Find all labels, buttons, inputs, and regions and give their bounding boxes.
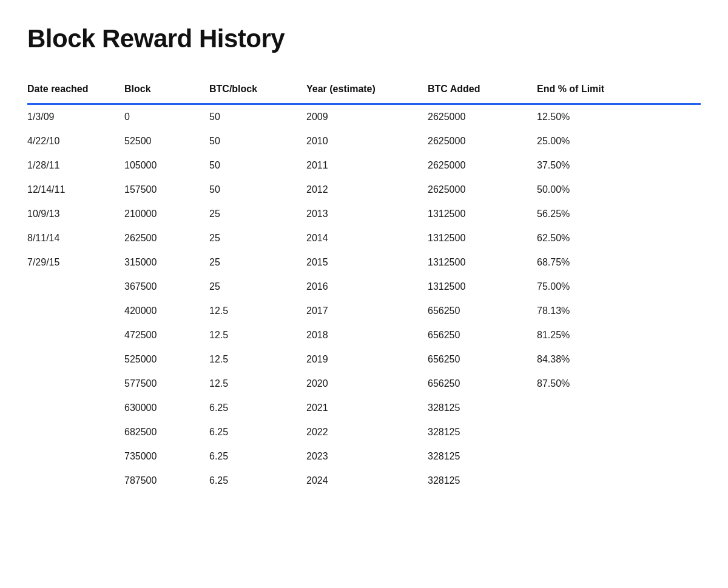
cell-endlimit: 62.50% bbox=[537, 226, 701, 250]
cell-year: 2018 bbox=[306, 323, 428, 347]
cell-date: 10/9/13 bbox=[27, 202, 124, 226]
page-title: Block Reward History bbox=[27, 24, 701, 53]
table-row: 7350006.252023328125 bbox=[27, 444, 701, 469]
cell-year: 2022 bbox=[306, 420, 428, 444]
table-container: Date reached Block BTC/block Year (estim… bbox=[27, 78, 701, 493]
cell-btcblock: 25 bbox=[209, 250, 306, 275]
cell-btcblock: 12.5 bbox=[209, 347, 306, 372]
table-row: 52500012.5201965625084.38% bbox=[27, 347, 701, 372]
cell-btcblock: 12.5 bbox=[209, 299, 306, 323]
cell-date: 4/22/10 bbox=[27, 129, 124, 153]
cell-year: 2020 bbox=[306, 372, 428, 396]
cell-btcblock: 25 bbox=[209, 202, 306, 226]
table-row: 7/29/15315000252015131250068.75% bbox=[27, 250, 701, 275]
cell-date bbox=[27, 323, 124, 347]
cell-block: 787500 bbox=[124, 469, 209, 493]
cell-block: 105000 bbox=[124, 153, 209, 178]
cell-endlimit: 68.75% bbox=[537, 250, 701, 275]
col-header-btcblock: BTC/block bbox=[209, 78, 306, 104]
cell-block: 525000 bbox=[124, 347, 209, 372]
cell-year: 2019 bbox=[306, 347, 428, 372]
cell-btcadded: 328125 bbox=[428, 444, 537, 469]
cell-year: 2010 bbox=[306, 129, 428, 153]
cell-block: 735000 bbox=[124, 444, 209, 469]
cell-year: 2024 bbox=[306, 469, 428, 493]
cell-btcblock: 6.25 bbox=[209, 469, 306, 493]
cell-endlimit: 25.00% bbox=[537, 129, 701, 153]
cell-btcblock: 50 bbox=[209, 178, 306, 202]
cell-btcadded: 1312500 bbox=[428, 226, 537, 250]
cell-btcadded: 656250 bbox=[428, 372, 537, 396]
cell-block: 315000 bbox=[124, 250, 209, 275]
cell-btcblock: 25 bbox=[209, 226, 306, 250]
cell-endlimit bbox=[537, 469, 701, 493]
table-row: 47250012.5201865625081.25% bbox=[27, 323, 701, 347]
table-row: 42000012.5201765625078.13% bbox=[27, 299, 701, 323]
cell-btcblock: 12.5 bbox=[209, 372, 306, 396]
cell-endlimit: 50.00% bbox=[537, 178, 701, 202]
cell-endlimit: 75.00% bbox=[537, 275, 701, 299]
cell-btcadded: 2625000 bbox=[428, 178, 537, 202]
cell-btcadded: 2625000 bbox=[428, 129, 537, 153]
cell-endlimit: 84.38% bbox=[537, 347, 701, 372]
cell-block: 577500 bbox=[124, 372, 209, 396]
cell-btcblock: 50 bbox=[209, 129, 306, 153]
cell-btcadded: 328125 bbox=[428, 469, 537, 493]
cell-date bbox=[27, 469, 124, 493]
cell-btcadded: 1312500 bbox=[428, 202, 537, 226]
cell-year: 2017 bbox=[306, 299, 428, 323]
cell-date bbox=[27, 396, 124, 420]
cell-date bbox=[27, 347, 124, 372]
table-row: 6300006.252021328125 bbox=[27, 396, 701, 420]
cell-year: 2015 bbox=[306, 250, 428, 275]
cell-btcadded: 1312500 bbox=[428, 250, 537, 275]
cell-date bbox=[27, 299, 124, 323]
col-header-block: Block bbox=[124, 78, 209, 104]
cell-endlimit bbox=[537, 396, 701, 420]
cell-endlimit: 12.50% bbox=[537, 104, 701, 130]
cell-btcblock: 6.25 bbox=[209, 396, 306, 420]
cell-endlimit bbox=[537, 420, 701, 444]
col-header-date: Date reached bbox=[27, 78, 124, 104]
cell-year: 2013 bbox=[306, 202, 428, 226]
cell-btcadded: 2625000 bbox=[428, 153, 537, 178]
cell-block: 210000 bbox=[124, 202, 209, 226]
table-row: 57750012.5202065625087.50% bbox=[27, 372, 701, 396]
cell-date: 1/3/09 bbox=[27, 104, 124, 130]
cell-btcadded: 656250 bbox=[428, 347, 537, 372]
cell-date bbox=[27, 275, 124, 299]
cell-endlimit: 87.50% bbox=[537, 372, 701, 396]
table-row: 8/11/14262500252014131250062.50% bbox=[27, 226, 701, 250]
table-row: 12/14/11157500502012262500050.00% bbox=[27, 178, 701, 202]
cell-btcblock: 50 bbox=[209, 104, 306, 130]
table-row: 1/3/090502009262500012.50% bbox=[27, 104, 701, 130]
cell-btcadded: 2625000 bbox=[428, 104, 537, 130]
table-row: 1/28/11105000502011262500037.50% bbox=[27, 153, 701, 178]
cell-date bbox=[27, 444, 124, 469]
cell-endlimit: 78.13% bbox=[537, 299, 701, 323]
cell-block: 630000 bbox=[124, 396, 209, 420]
col-header-endlimit: End % of Limit bbox=[537, 78, 701, 104]
table-row: 6825006.252022328125 bbox=[27, 420, 701, 444]
cell-block: 472500 bbox=[124, 323, 209, 347]
cell-btcblock: 6.25 bbox=[209, 420, 306, 444]
table-row: 7875006.252024328125 bbox=[27, 469, 701, 493]
cell-year: 2012 bbox=[306, 178, 428, 202]
block-reward-table: Date reached Block BTC/block Year (estim… bbox=[27, 78, 701, 493]
table-row: 367500252016131250075.00% bbox=[27, 275, 701, 299]
cell-block: 682500 bbox=[124, 420, 209, 444]
cell-block: 157500 bbox=[124, 178, 209, 202]
cell-block: 52500 bbox=[124, 129, 209, 153]
cell-date bbox=[27, 420, 124, 444]
cell-btcblock: 6.25 bbox=[209, 444, 306, 469]
table-row: 10/9/13210000252013131250056.25% bbox=[27, 202, 701, 226]
cell-year: 2011 bbox=[306, 153, 428, 178]
cell-btcadded: 656250 bbox=[428, 323, 537, 347]
col-header-btcadded: BTC Added bbox=[428, 78, 537, 104]
cell-btcadded: 1312500 bbox=[428, 275, 537, 299]
cell-year: 2009 bbox=[306, 104, 428, 130]
cell-date: 7/29/15 bbox=[27, 250, 124, 275]
cell-year: 2016 bbox=[306, 275, 428, 299]
cell-date: 1/28/11 bbox=[27, 153, 124, 178]
cell-date: 12/14/11 bbox=[27, 178, 124, 202]
